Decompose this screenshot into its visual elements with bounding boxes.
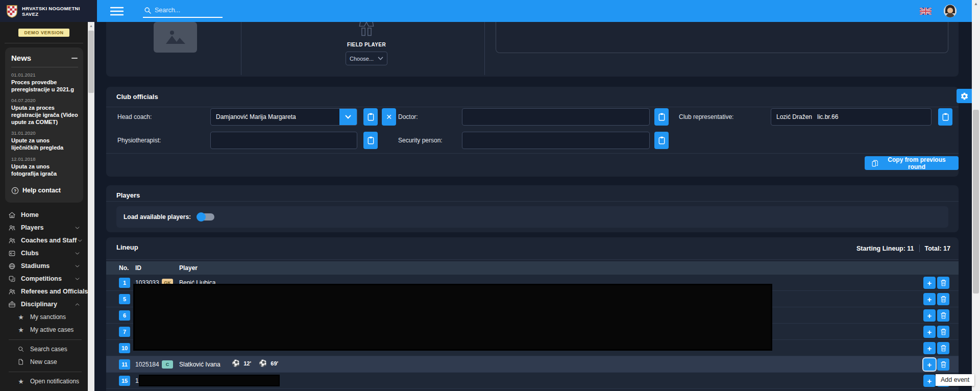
user-avatar[interactable] (944, 5, 957, 17)
chevron-up-icon (74, 301, 81, 308)
image-placeholder-icon (165, 29, 186, 46)
sidebar: DEMO VERSION News 01.01.2021Proces prove… (0, 22, 88, 391)
player-name[interactable]: Slatković Ivana (179, 361, 220, 368)
doctor-input[interactable] (462, 108, 650, 126)
event-minute: 69' (271, 360, 278, 366)
players-panel: Players Load available players: (106, 185, 959, 232)
language-flag-icon[interactable] (920, 8, 932, 15)
captain-badge: C (162, 360, 173, 369)
sidebar-item-search-notifications[interactable]: Search notifications (0, 388, 88, 391)
add-event-button[interactable]: + (923, 342, 936, 354)
card-icon (8, 250, 16, 257)
add-event-button[interactable]: + (923, 326, 936, 338)
federation-crest-logo (6, 4, 18, 18)
sidebar-item-label: My active cases (30, 326, 82, 333)
copy-from-previous-round-button[interactable]: Copy from previous round (865, 156, 959, 170)
club-representative-input[interactable] (771, 108, 932, 126)
sidebar-item-coaches-and-staff[interactable]: Coaches and Staff (0, 234, 88, 247)
jersey-number-badge: 1 (119, 278, 130, 288)
delete-row-button[interactable] (937, 342, 949, 354)
chevron-down-icon (74, 225, 81, 231)
doctor-clipboard-button[interactable] (654, 108, 669, 126)
sidebar-item-home[interactable]: Home (0, 209, 88, 222)
delete-row-button[interactable] (937, 358, 949, 371)
head-coach-clear-button[interactable]: ✕ (382, 108, 396, 126)
delete-row-button[interactable] (937, 277, 949, 289)
sidebar-item-competitions[interactable]: Competitions (0, 273, 88, 285)
sidebar-item-players[interactable]: Players (0, 222, 88, 234)
club-officials-panel: Club officials Head coach: Damjanović Ma… (106, 87, 959, 177)
head-coach-select[interactable]: Damjanović Marija Margareta (210, 108, 357, 126)
sidebar-item-referees-and-officials[interactable]: Referees and Officials (0, 285, 88, 298)
physiotherapist-clipboard-button[interactable] (363, 132, 378, 149)
jersey-number-badge: 6 (119, 310, 130, 321)
sidebar-item-open-notifications[interactable]: ★Open notifications (0, 375, 88, 388)
field-player-icon (357, 22, 376, 38)
star-icon: ★ (17, 378, 25, 385)
sidebar-item-search-cases[interactable]: Search cases (0, 343, 88, 356)
add-event-button[interactable]: + (923, 293, 936, 305)
news-item-title[interactable]: Proces provedbe preregistracije u 2021.g (11, 79, 78, 93)
hamburger-menu-icon[interactable] (110, 6, 124, 16)
add-event-button[interactable]: + (923, 277, 936, 289)
scroll-up-icon[interactable]: ▲ (972, 0, 980, 6)
scrollbar-thumb[interactable] (88, 31, 94, 93)
sidebar-item-my-active-cases[interactable]: ★My active cases (0, 324, 88, 336)
search-field[interactable] (143, 5, 223, 18)
add-event-button[interactable]: + (923, 309, 936, 322)
news-item-date: 04.07.2020 (11, 97, 78, 103)
jersey-number-badge: 10 (119, 343, 130, 353)
load-players-strip: Load available players: (116, 206, 948, 228)
delete-row-button[interactable] (937, 309, 949, 322)
add-event-button[interactable]: + (923, 375, 936, 387)
field-player-select-value: Choose... (350, 56, 374, 62)
news-item-title[interactable]: Upute za unos liječničkih pregleda (11, 137, 78, 151)
head-coach-clipboard-button[interactable] (363, 108, 378, 126)
field-player-label: FIELD PLAYER (326, 42, 407, 47)
column-no: No. (119, 264, 129, 272)
security-person-clipboard-button[interactable] (654, 132, 669, 149)
sidebar-item-label: Disciplinary (21, 301, 74, 308)
people-icon (8, 288, 16, 296)
news-item-title[interactable]: Uputa za proces registracije igrača (Vid… (11, 104, 78, 126)
search-input[interactable] (155, 7, 216, 14)
jersey-number-badge: 7 (119, 327, 130, 337)
collapse-minus-icon[interactable] (71, 55, 78, 62)
delete-row-button[interactable] (937, 326, 949, 338)
soccer-ball-icon: ⚽ (232, 360, 240, 366)
club-photo-placeholder (154, 22, 197, 53)
news-item-date: 12.01.2018 (11, 156, 78, 162)
physiotherapist-input[interactable] (210, 132, 357, 149)
sidebar-scrollbar[interactable]: ▲ (88, 22, 94, 391)
sidebar-item-label: Search cases (30, 346, 82, 353)
scroll-up-icon[interactable]: ▲ (88, 22, 94, 28)
sidebar-nav: HomePlayersCoaches and StaffClubsStadium… (0, 209, 88, 391)
top-bar: HRVATSKI NOGOMETNI SAVEZ (0, 0, 980, 22)
news-item-title[interactable]: Uputa za unos fotografija igrača (11, 163, 78, 177)
sidebar-item-stadiums[interactable]: Stadiums (0, 260, 88, 273)
sidebar-item-label: Players (21, 224, 74, 231)
page-scrollbar[interactable]: ▲ (972, 0, 980, 391)
news-item-date: 31.01.2020 (11, 130, 78, 136)
svg-text:?: ? (14, 188, 16, 193)
club-representative-clipboard-button[interactable] (938, 108, 952, 126)
sidebar-item-clubs[interactable]: Clubs (0, 247, 88, 260)
sidebar-item-new-case[interactable]: New case (0, 356, 88, 369)
delete-row-button[interactable] (937, 293, 949, 305)
add-event-button[interactable]: + (923, 358, 936, 371)
search-icon (17, 346, 25, 353)
chevron-down-icon[interactable] (339, 109, 357, 125)
field-player-select[interactable]: Choose... (346, 52, 387, 65)
load-players-toggle[interactable] (197, 213, 214, 221)
sidebar-item-disciplinary[interactable]: Disciplinary (0, 298, 88, 311)
toggle-knob (197, 212, 206, 222)
starting-lineup-count: Starting Lineup: 11 (856, 245, 914, 252)
help-icon: ? (11, 187, 19, 194)
stack-icon (8, 275, 16, 283)
demo-version-badge: DEMO VERSION (18, 29, 69, 37)
help-contact-link[interactable]: ? Help contact (11, 187, 78, 194)
security-person-input[interactable] (462, 132, 650, 149)
settings-gear-button[interactable] (957, 89, 972, 103)
scrollbar-thumb[interactable] (973, 110, 979, 294)
sidebar-item-my-sanctions[interactable]: ★My sanctions (0, 311, 88, 324)
